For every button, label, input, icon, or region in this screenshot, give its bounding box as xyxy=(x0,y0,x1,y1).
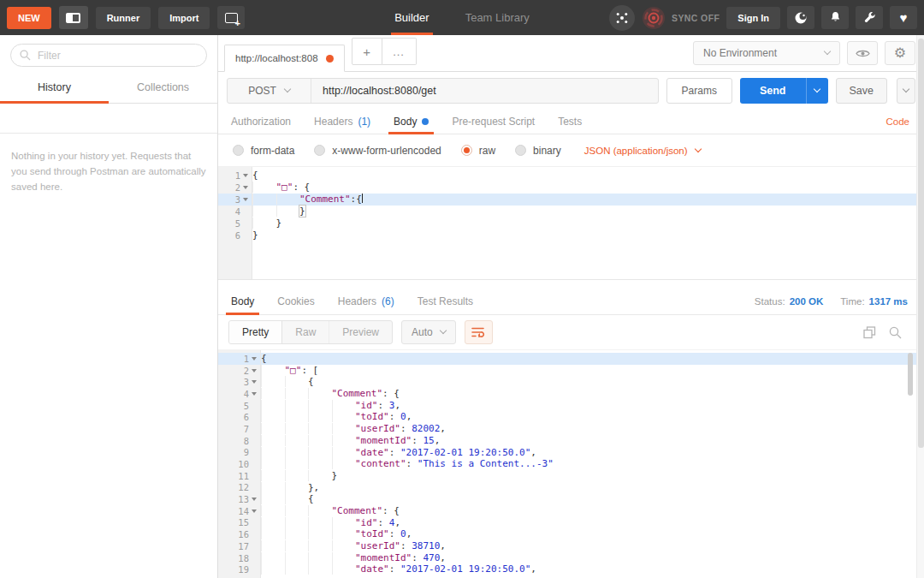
response-body-editor[interactable]: 12345678910111213141516171819 { "□": [ {… xyxy=(218,349,924,578)
code-line: "toId": 0, xyxy=(261,411,924,423)
tab-collections[interactable]: Collections xyxy=(109,74,217,103)
tab-body[interactable]: Body xyxy=(394,109,429,134)
settings-tools-button[interactable] xyxy=(856,6,883,29)
two-pane-layout-icon xyxy=(66,13,80,23)
sidebar-tabs: History Collections xyxy=(0,74,217,104)
tab-authorization[interactable]: Authorization xyxy=(231,109,291,134)
topbar-right-cluster: SYNC OFF Sign In xyxy=(609,5,917,31)
tab-team-library[interactable]: Team Library xyxy=(462,0,533,35)
tab-label: Test Results xyxy=(418,295,473,307)
postman-app-window: NEW Runner Import Builder Team Library xyxy=(0,0,924,578)
gutter-line: 12 xyxy=(218,482,260,494)
response-tab-cookies[interactable]: Cookies xyxy=(277,289,314,314)
environment-select[interactable]: No Environment xyxy=(693,41,840,65)
response-editor-code[interactable]: { "□": [ { "Comment": { "id": 3, "toId":… xyxy=(261,350,924,578)
gutter-line: 2 xyxy=(218,365,260,377)
url-input[interactable] xyxy=(311,79,658,103)
view-mode-raw[interactable]: Raw xyxy=(282,321,329,343)
copy-response-button[interactable] xyxy=(863,326,876,339)
code-line: { xyxy=(252,170,924,182)
fold-arrow-icon[interactable] xyxy=(240,186,251,189)
tab-builder[interactable]: Builder xyxy=(391,0,432,35)
environment-preview-button[interactable] xyxy=(847,41,878,65)
search-response-button[interactable] xyxy=(889,326,902,339)
request-document-tab[interactable]: http://localhost:808 xyxy=(224,45,345,72)
wrap-lines-button[interactable] xyxy=(465,320,493,344)
environment-settings-button[interactable]: ⚙ xyxy=(885,41,915,65)
sync-status-label: SYNC OFF xyxy=(672,13,720,23)
sign-in-button[interactable]: Sign In xyxy=(726,7,780,29)
gutter-line: 19 xyxy=(218,563,260,575)
code-line: { xyxy=(261,353,924,365)
toggle-sidebar-button[interactable] xyxy=(59,6,88,29)
fold-arrow-icon[interactable] xyxy=(249,392,259,396)
headers-count-badge: (1) xyxy=(358,116,370,128)
time-value: 1317 ms xyxy=(869,296,908,307)
interceptor-button[interactable] xyxy=(609,5,635,31)
gutter-line: 1 xyxy=(218,353,260,365)
radio-binary[interactable]: binary xyxy=(515,145,561,157)
request-editor-code[interactable]: { "□": { "Comment":{ } }} xyxy=(252,167,924,279)
tab-pre-request-script[interactable]: Pre-request Script xyxy=(452,109,535,134)
fold-arrow-icon[interactable] xyxy=(240,174,251,177)
fold-arrow-icon[interactable] xyxy=(249,369,259,372)
params-button[interactable]: Params xyxy=(666,78,732,104)
radio-x-www-form-urlencoded[interactable]: x-www-form-urlencoded xyxy=(314,145,441,157)
radio-raw[interactable]: raw xyxy=(461,145,495,157)
fold-arrow-icon[interactable] xyxy=(249,509,259,513)
send-label: Send xyxy=(740,78,806,104)
sidebar: History Collections Nothing in your hist… xyxy=(0,35,218,578)
send-button[interactable]: Send xyxy=(740,78,828,104)
notifications-button[interactable] xyxy=(821,6,849,29)
wrench-icon xyxy=(863,11,876,24)
save-options-caret[interactable] xyxy=(897,78,915,104)
window-scrollbar-thumb[interactable] xyxy=(918,39,924,448)
fold-arrow-icon[interactable] xyxy=(249,357,259,361)
gutter-line: 5 xyxy=(218,217,252,229)
tab-options-button[interactable]: ... xyxy=(382,38,417,65)
view-mode-pretty[interactable]: Pretty xyxy=(229,321,282,343)
community-button[interactable] xyxy=(787,6,814,29)
code-line: "□": { xyxy=(252,182,924,194)
new-tab-button[interactable]: + xyxy=(352,38,382,65)
method-select[interactable]: POST xyxy=(228,79,311,103)
fold-arrow-icon[interactable] xyxy=(249,380,259,384)
favorites-button[interactable]: ♥ xyxy=(890,6,917,29)
request-body-editor[interactable]: 123456 { "□": { "Comment":{ } }} xyxy=(218,166,924,280)
import-button[interactable]: Import xyxy=(158,7,210,29)
response-tab-body[interactable]: Body xyxy=(231,289,254,314)
tab-history[interactable]: History xyxy=(0,74,109,103)
runner-button[interactable]: Runner xyxy=(96,7,151,29)
view-mode-preview[interactable]: Preview xyxy=(329,321,392,343)
fold-arrow-icon[interactable] xyxy=(249,498,259,501)
new-button[interactable]: NEW xyxy=(7,7,51,29)
fold-arrow-icon[interactable] xyxy=(240,198,251,201)
filter-field-wrap xyxy=(10,44,207,67)
gutter-line: 4 xyxy=(218,206,252,217)
response-tab-headers[interactable]: Headers (6) xyxy=(338,289,394,314)
request-editor-gutter: 123456 xyxy=(218,167,252,279)
tab-tests[interactable]: Tests xyxy=(558,109,582,134)
response-tab-test-results[interactable]: Test Results xyxy=(418,289,473,314)
code-line: "id": 3, xyxy=(261,400,924,412)
sync-toggle[interactable]: SYNC OFF xyxy=(642,6,720,30)
tab-label: Pre-request Script xyxy=(452,116,535,128)
send-options-caret[interactable] xyxy=(806,78,828,104)
method-value: POST xyxy=(248,85,276,97)
radio-form-data[interactable]: form-data xyxy=(233,145,294,157)
code-line: { xyxy=(261,376,924,388)
radio-selected-icon xyxy=(461,145,472,156)
content-type-select[interactable]: JSON (application/json) xyxy=(584,146,701,156)
window-scrollbar[interactable] xyxy=(916,35,924,578)
code-line: "id": 4, xyxy=(261,517,924,529)
response-scrollbar-thumb[interactable] xyxy=(908,353,913,396)
tab-headers[interactable]: Headers (1) xyxy=(314,109,370,134)
generate-code-link[interactable]: Code xyxy=(886,116,910,127)
environment-cluster: No Environment ⚙ xyxy=(693,41,924,65)
format-select[interactable]: Auto xyxy=(401,320,456,344)
time-label: Time: xyxy=(840,296,864,307)
new-window-button[interactable] xyxy=(217,6,245,29)
code-line: } xyxy=(252,217,924,229)
filter-input[interactable] xyxy=(10,44,207,67)
save-button[interactable]: Save xyxy=(836,78,888,104)
